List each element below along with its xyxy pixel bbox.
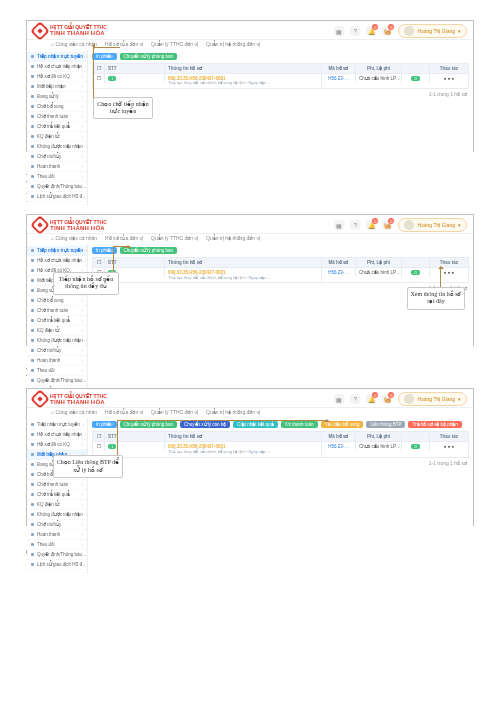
sidebar-item[interactable]: Hồ sơ chưa tiếp nhận› xyxy=(27,256,87,266)
logo-icon xyxy=(30,21,50,41)
sidebar-item[interactable]: Lịch sử giao dịch HS đ…› xyxy=(27,192,87,202)
sidebar-item[interactable]: KQ điện tử› xyxy=(27,326,87,336)
sidebar-item[interactable]: Đang xử lý› xyxy=(27,92,87,102)
callout: Chọn Liên thông BTP để xử lý hồ sơ xyxy=(53,455,123,477)
callout: Chọn chờ tiếp nhận trực tuyến xyxy=(93,97,153,119)
sidebar-item[interactable]: Mới tiếp nhận› xyxy=(27,82,87,92)
chevron-down-icon: ▾ xyxy=(458,28,461,34)
action-bar: In phiếu Chuyển xử lý phòng ban xyxy=(92,53,469,60)
sidebar-item[interactable]: Quyết định/Thông báo…› xyxy=(27,182,87,192)
callout: Xem thông tin hồ sơ tại đây xyxy=(407,287,465,309)
sidebar-item[interactable]: Chờ bổ sung› xyxy=(27,102,87,112)
forward-button[interactable]: Chuyển xử lý phòng ban xyxy=(120,53,178,60)
sidebar: Tiếp nhận trực tuyến› Hồ sơ chưa tiếp nh… xyxy=(27,50,88,206)
sidebar-item[interactable]: Hồ sơ chưa tiếp nhận› xyxy=(27,62,87,72)
sidebar-item[interactable]: Chờ thanh toán› xyxy=(27,112,87,122)
sidebar-item[interactable]: Theo dõi› xyxy=(27,366,87,376)
user-name: Hoàng Thị Giang xyxy=(417,28,455,34)
sidebar-item[interactable]: Chờ rút/hủy› xyxy=(27,520,87,530)
help-icon[interactable]: ? xyxy=(350,26,360,36)
grid-icon[interactable]: ▦ xyxy=(334,220,344,230)
pager: 1-1 trong 1 hồ sơ xyxy=(92,89,469,97)
bell-icon[interactable]: 🔔0 xyxy=(366,26,376,36)
sidebar-item[interactable]: Theo dõi› xyxy=(27,172,87,182)
cart-icon[interactable]: 🧺0 xyxy=(382,220,392,230)
sidebar-item[interactable]: KQ điện tử› xyxy=(27,500,87,510)
sidebar-item[interactable]: Tiếp nhận trực tuyến› xyxy=(27,246,87,256)
user-chip[interactable]: Hoàng Thị Giang ▾ xyxy=(398,24,467,38)
sidebar-item[interactable]: Chờ bổ sung› xyxy=(27,296,87,306)
sidebar-item[interactable]: Lịch sử giao dịch HS đ…› xyxy=(27,560,87,570)
sidebar-item[interactable]: Chờ thanh toán› xyxy=(27,306,87,316)
help-icon[interactable]: ? xyxy=(350,220,360,230)
figure-3: HTTT GIẢI QUYẾT TTHCTỈNH THANH HÓA ▦ ? 🔔… xyxy=(26,388,474,526)
callout: Tiếp nhận hồ sơ nếu thông tin đầy đủ xyxy=(53,272,119,294)
user-chip[interactable]: Hoàng Thị Giang▾ xyxy=(398,392,467,406)
bell-icon[interactable]: 🔔0 xyxy=(366,220,376,230)
sidebar-item[interactable]: Hoàn thành› xyxy=(27,356,87,366)
table-row[interactable]: ☐1 000.33.35.H56-230427-0001Thủ tục thay… xyxy=(93,267,468,282)
sidebar-item[interactable]: Hoàn thành› xyxy=(27,530,87,540)
help-icon[interactable]: ? xyxy=(350,394,360,404)
sidebar-item[interactable]: Quyết định/Thông báo…› xyxy=(27,376,87,386)
sidebar-item[interactable]: Không được tiếp nhận› xyxy=(27,142,87,152)
cart-icon[interactable]: 🧺0 xyxy=(382,394,392,404)
grid-icon[interactable]: ▦ xyxy=(334,26,344,36)
brand: HTTT GIẢI QUYẾT TTHC TỈNH THANH HÓA xyxy=(33,24,107,38)
sidebar-item[interactable]: Chờ rút/hủy› xyxy=(27,152,87,162)
records-table: ☐ STT Thông tin hồ sơ Mã hồ sơ Phí, Lệ p… xyxy=(92,63,469,89)
avatar xyxy=(404,26,414,36)
sidebar-item[interactable]: Hồ sơ chưa tiếp nhận› xyxy=(27,430,87,440)
sidebar-item[interactable]: Chờ thanh toán› xyxy=(27,480,87,490)
figure-2: HTTT GIẢI QUYẾT TTHCTỈNH THANH HÓA ▦ ? 🔔… xyxy=(26,214,474,346)
btp-link-button[interactable]: Liên thông BTP xyxy=(366,421,405,428)
figure-1: HTTT GIẢI QUYẾT TTHC TỈNH THANH HÓA ▦ ? … xyxy=(26,20,474,152)
row-actions[interactable]: ● ● ● xyxy=(430,74,468,83)
app-header: HTTT GIẢI QUYẾT TTHC TỈNH THANH HÓA ▦ ? … xyxy=(27,21,473,40)
sidebar-item[interactable]: Tiếp nhận trực tuyến› xyxy=(27,52,87,62)
sidebar-item[interactable]: Hoàn thành› xyxy=(27,162,87,172)
table-row[interactable]: ☐ 1 000.33.35.H56-230427-0001 Thủ tục th… xyxy=(93,73,468,88)
return-dossier-button[interactable]: Trả hồ sơ về bộ phận xyxy=(408,421,461,428)
sidebar-item[interactable]: Chờ rút/hủy› xyxy=(27,346,87,356)
sidebar-item[interactable]: KQ điện tử› xyxy=(27,132,87,142)
sidebar-item[interactable]: Chờ trả kết quả› xyxy=(27,490,87,500)
sidebar-item[interactable]: Chờ trả kết quả› xyxy=(27,316,87,326)
sidebar-item[interactable]: Hồ sơ đã có KQ› xyxy=(27,440,87,450)
sidebar-item[interactable]: Chờ trả kết quả› xyxy=(27,122,87,132)
sidebar-item[interactable]: Quyết định/Thông báo…› xyxy=(27,550,87,560)
grid-icon[interactable]: ▦ xyxy=(334,394,344,404)
brand-line2: TỈNH THANH HÓA xyxy=(50,30,107,36)
sidebar-item[interactable]: Theo dõi› xyxy=(27,540,87,550)
user-chip[interactable]: Hoàng Thị Giang▾ xyxy=(398,218,467,232)
cart-icon[interactable]: 🧺0 xyxy=(382,26,392,36)
sidebar-item[interactable]: Không được tiếp nhận› xyxy=(27,336,87,346)
sidebar-item[interactable]: Không được tiếp nhận› xyxy=(27,510,87,520)
print-button[interactable]: In phiếu xyxy=(92,421,117,428)
sidebar-item[interactable]: Tiếp nhận trực tuyến› xyxy=(27,420,87,430)
bell-icon[interactable]: 🔔0 xyxy=(366,394,376,404)
sidebar-item[interactable]: Hồ sơ đã có KQ› xyxy=(27,72,87,82)
